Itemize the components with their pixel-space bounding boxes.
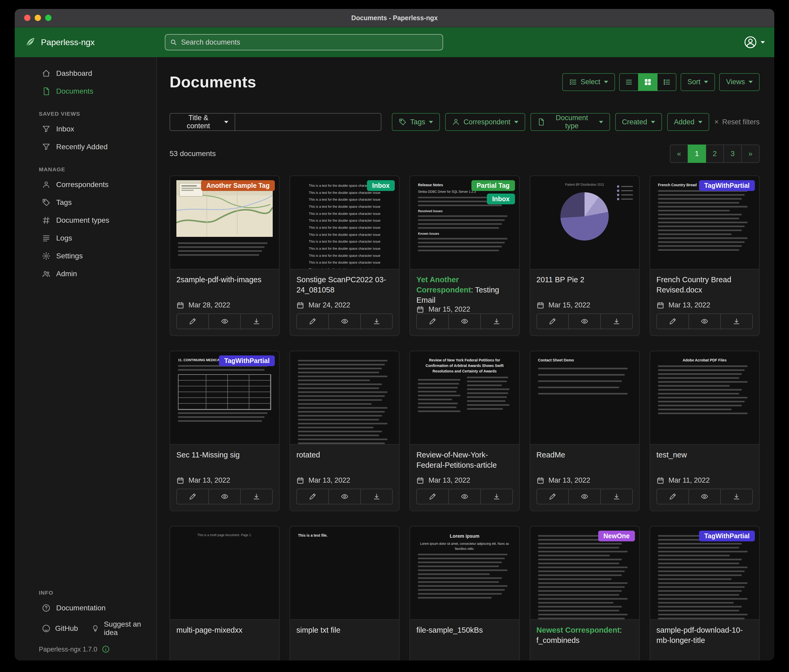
- download-document-button[interactable]: [600, 314, 633, 329]
- card-title[interactable]: Yet Another Correspondent: Testing Email: [416, 275, 513, 305]
- edit-document-button[interactable]: [656, 489, 689, 505]
- download-document-button[interactable]: [480, 314, 513, 329]
- view-document-button[interactable]: [688, 489, 721, 505]
- card-title[interactable]: 2011 BP Pie 2: [537, 275, 633, 285]
- list-view-button[interactable]: [619, 73, 639, 91]
- card-title[interactable]: French Country Bread Revised.docx: [656, 275, 753, 295]
- sidebar-item-documentation[interactable]: Documentation: [15, 599, 157, 617]
- card-title[interactable]: test_new: [656, 450, 753, 460]
- select-button[interactable]: Select: [562, 73, 615, 91]
- sidebar-item-logs[interactable]: Logs: [15, 229, 157, 247]
- detail-view-button[interactable]: [657, 73, 676, 91]
- view-document-button[interactable]: [688, 314, 721, 329]
- card-thumbnail[interactable]: Adobe Acrobat PDF Files: [650, 351, 759, 444]
- sort-button[interactable]: Sort: [680, 73, 715, 91]
- tag-badge[interactable]: TagWithPartial: [219, 355, 275, 366]
- tag-badge[interactable]: NewOne: [598, 530, 635, 541]
- card-title[interactable]: Review-of-New-York-Federal-Petitions-art…: [416, 450, 513, 470]
- view-document-button[interactable]: [208, 489, 241, 505]
- tag-badge[interactable]: TagWithPartial: [699, 530, 755, 541]
- card-correspondent[interactable]: Yet Another Correspondent: [416, 275, 471, 294]
- search-bar[interactable]: [165, 34, 443, 50]
- sidebar-item-admin[interactable]: Admin: [15, 265, 157, 283]
- view-document-button[interactable]: [568, 314, 601, 329]
- card-title[interactable]: sample-pdf-download-10-mb-longer-title: [656, 625, 753, 645]
- card-thumbnail[interactable]: Patient BP Distribution 2011: [530, 176, 639, 269]
- card-thumbnail[interactable]: Contact Sheet Demo: [530, 351, 639, 444]
- card-correspondent[interactable]: Newest Correspondent: [537, 626, 620, 634]
- edit-document-button[interactable]: [176, 489, 209, 505]
- user-menu[interactable]: [744, 36, 765, 49]
- view-document-button[interactable]: [568, 489, 601, 505]
- grid-view-button[interactable]: [638, 73, 658, 91]
- view-document-button[interactable]: [448, 314, 481, 329]
- card-thumbnail[interactable]: This is a test file.: [290, 526, 399, 620]
- zoom-window-button[interactable]: [45, 15, 51, 21]
- minimize-window-button[interactable]: [35, 15, 41, 21]
- card-title[interactable]: file-sample_150kBs: [416, 625, 513, 635]
- download-document-button[interactable]: [240, 314, 273, 329]
- pagination-page-2[interactable]: 2: [706, 145, 724, 163]
- views-button[interactable]: Views: [719, 73, 760, 91]
- document-type-filter-button[interactable]: Document type: [530, 113, 610, 131]
- edit-document-button[interactable]: [296, 314, 329, 329]
- download-document-button[interactable]: [240, 489, 273, 505]
- card-thumbnail[interactable]: Lorem ipsumLorem ipsum dolor sit amet, c…: [410, 526, 519, 620]
- card-thumbnail[interactable]: Review of New York Federal Petitions for…: [410, 351, 519, 444]
- download-document-button[interactable]: [360, 489, 393, 505]
- card-title[interactable]: Sec 11-Missing sig: [176, 450, 273, 460]
- github-link[interactable]: GitHub: [42, 624, 78, 633]
- edit-document-button[interactable]: [537, 489, 569, 505]
- view-document-button[interactable]: [328, 314, 361, 329]
- view-document-button[interactable]: [328, 489, 361, 505]
- pagination-page-1[interactable]: 1: [688, 145, 706, 163]
- download-document-button[interactable]: [600, 489, 633, 505]
- sidebar-item-dashboard[interactable]: Dashboard: [15, 65, 157, 82]
- view-document-button[interactable]: [448, 489, 481, 505]
- pagination-page-3[interactable]: 3: [724, 145, 742, 163]
- tag-badge[interactable]: Inbox: [367, 180, 395, 191]
- download-document-button[interactable]: [720, 489, 753, 505]
- card-thumbnail[interactable]: This is a multi page document. Page 1.: [170, 526, 279, 620]
- edit-document-button[interactable]: [416, 314, 449, 329]
- reset-filters-button[interactable]: × Reset filters: [714, 118, 760, 126]
- card-thumbnail[interactable]: [290, 351, 399, 444]
- sidebar-item-correspondents[interactable]: Correspondents: [15, 176, 157, 194]
- suggest-idea-link[interactable]: Suggest an idea: [92, 620, 151, 637]
- tag-badge[interactable]: Partial Tag: [471, 180, 515, 191]
- edit-document-button[interactable]: [537, 314, 569, 329]
- pagination-prev[interactable]: «: [670, 145, 688, 163]
- card-title[interactable]: Newest Correspondent: f_combineds: [537, 625, 633, 645]
- created-filter-button[interactable]: Created: [615, 113, 662, 131]
- card-title[interactable]: 2sample-pdf-with-images: [176, 275, 273, 285]
- brand[interactable]: Paperless-ngx: [24, 37, 165, 48]
- card-title[interactable]: multi-page-mixedxx: [176, 625, 273, 635]
- tag-badge[interactable]: Inbox: [487, 194, 515, 204]
- sidebar-item-recently-added[interactable]: Recently Added: [15, 138, 157, 156]
- search-input[interactable]: [181, 38, 438, 46]
- sidebar-item-settings[interactable]: Settings: [15, 247, 157, 265]
- card-title[interactable]: simple txt file: [296, 625, 393, 635]
- download-document-button[interactable]: [360, 314, 393, 329]
- title-content-dropdown[interactable]: Title & content: [169, 113, 235, 131]
- close-window-button[interactable]: [24, 15, 30, 21]
- title-content-input[interactable]: [235, 113, 382, 131]
- view-document-button[interactable]: [208, 314, 241, 329]
- download-document-button[interactable]: [720, 314, 753, 329]
- pagination-next[interactable]: »: [741, 145, 760, 163]
- edit-document-button[interactable]: [176, 314, 209, 329]
- added-filter-button[interactable]: Added: [667, 113, 709, 131]
- sidebar-item-inbox[interactable]: Inbox: [15, 120, 157, 138]
- edit-document-button[interactable]: [656, 314, 689, 329]
- card-title[interactable]: ReadMe: [537, 450, 633, 460]
- info-circle-icon[interactable]: [102, 645, 110, 653]
- edit-document-button[interactable]: [416, 489, 449, 505]
- tags-filter-button[interactable]: Tags: [392, 113, 440, 131]
- card-title[interactable]: Sonstige ScanPC2022 03-24_081058: [296, 275, 393, 295]
- tag-badge[interactable]: Another Sample Tag: [201, 180, 275, 191]
- download-document-button[interactable]: [480, 489, 513, 505]
- tag-badge[interactable]: TagWithPartial: [699, 180, 755, 191]
- correspondent-filter-button[interactable]: Correspondent: [445, 113, 525, 131]
- sidebar-item-documents[interactable]: Documents: [15, 82, 157, 100]
- edit-document-button[interactable]: [296, 489, 329, 505]
